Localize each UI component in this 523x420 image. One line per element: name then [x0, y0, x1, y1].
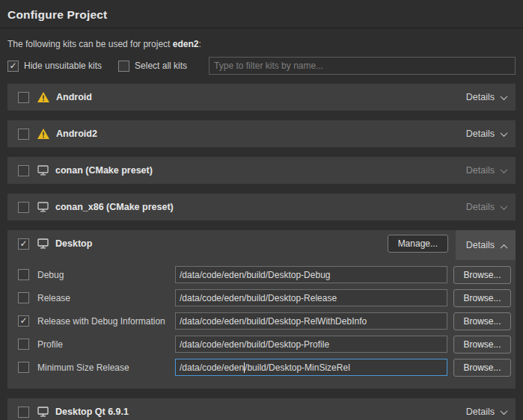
desktop-icon	[37, 202, 49, 212]
path-text-after-cursor: /build/Desktop-MinSizeRel	[245, 362, 350, 373]
kit-header-conan[interactable]: conan (CMake preset) Details	[7, 157, 516, 184]
details-label: Details	[466, 129, 495, 139]
details-toggle-android2[interactable]: Details	[456, 120, 516, 147]
config-row-minimum-size-release: Minimum Size Release /data/code/eden/bui…	[18, 356, 511, 379]
details-toggle-conan-x86: Details	[456, 194, 516, 220]
config-checkbox-debug[interactable]	[18, 269, 29, 280]
kits-description-text: The following kits can be used for proje…	[7, 39, 173, 49]
kit-filter-row: Hide unsuitable kits Select all kits	[7, 57, 516, 75]
browse-button-debug[interactable]: Browse...	[453, 266, 511, 284]
config-row-profile: Profile Browse...	[18, 333, 511, 356]
desktop-icon	[37, 165, 49, 176]
config-label: Release with Debug Information	[37, 316, 175, 327]
details-label: Details	[466, 407, 495, 417]
chevron-down-icon	[501, 407, 508, 415]
chevron-down-icon	[501, 203, 508, 210]
desktop-icon	[37, 407, 49, 417]
path-input-minimum-size-release[interactable]: /data/code/eden/build/Desktop-MinSizeRel	[175, 359, 447, 376]
browse-button-minimum-size-release[interactable]: Browse...	[453, 359, 511, 377]
path-input-release[interactable]	[175, 289, 447, 306]
config-checkbox-minimum-size-release[interactable]	[18, 362, 29, 373]
chevron-down-icon	[501, 166, 508, 173]
config-row-debug: Debug Browse...	[18, 263, 511, 286]
details-label: Details	[466, 92, 495, 102]
kit-checkbox-conan-x86[interactable]	[18, 202, 29, 213]
config-checkbox-profile[interactable]	[18, 339, 29, 350]
kit-list: Android Details Android2 Details	[7, 84, 516, 420]
path-input-relwithdebinfo[interactable]	[175, 312, 447, 330]
hide-unsuitable-checkbox[interactable]	[7, 61, 19, 72]
browse-button-release[interactable]: Browse...	[453, 289, 511, 307]
kit-header-conan-x86[interactable]: conan_x86 (CMake preset) Details	[7, 194, 516, 220]
chevron-up-icon	[501, 244, 508, 251]
browse-button-profile[interactable]: Browse...	[453, 336, 511, 353]
config-row-release: Release Browse...	[18, 286, 511, 309]
kit-row-desktop: Desktop Manage... Details Debug Browse..…	[7, 230, 516, 389]
details-label: Details	[466, 202, 495, 212]
config-label: Debug	[37, 270, 175, 280]
page-header: Configure Project	[0, 0, 523, 28]
kit-filter-input[interactable]	[209, 57, 516, 75]
page-title: Configure Project	[7, 8, 516, 22]
details-toggle-conan: Details	[456, 157, 516, 184]
kit-checkbox-conan[interactable]	[18, 165, 29, 176]
kit-row-conan-x86: conan_x86 (CMake preset) Details	[7, 194, 516, 220]
details-toggle-android[interactable]: Details	[456, 84, 516, 111]
project-name: eden2	[173, 39, 199, 49]
warning-icon	[37, 92, 49, 102]
kit-header-android2[interactable]: Android2 Details	[7, 120, 516, 147]
kit-header-android[interactable]: Android Details	[7, 84, 516, 111]
config-row-relwithdebinfo: Release with Debug Information Browse...	[18, 309, 511, 333]
kit-name: Desktop	[55, 238, 92, 249]
kit-name: conan_x86 (CMake preset)	[55, 202, 174, 212]
kit-header-desktop[interactable]: Desktop Manage... Details	[7, 230, 516, 257]
kit-checkbox-desktop-qt-691[interactable]	[18, 407, 29, 418]
desktop-icon	[37, 238, 49, 249]
desktop-build-configs: Debug Browse... Release Browse... Releas…	[7, 257, 516, 389]
hide-unsuitable-label[interactable]: Hide unsuitable kits	[24, 61, 102, 71]
config-label: Profile	[37, 339, 175, 350]
kit-row-android2: Android2 Details	[7, 120, 516, 147]
chevron-down-icon	[501, 93, 508, 100]
config-label: Minimum Size Release	[37, 362, 175, 373]
details-label: Details	[466, 165, 495, 176]
chevron-down-icon	[501, 129, 508, 137]
kit-row-android: Android Details	[7, 84, 516, 111]
kit-row-desktop-qt-691: Desktop Qt 6.9.1 Details	[7, 398, 516, 420]
browse-button-relwithdebinfo[interactable]: Browse...	[453, 312, 511, 330]
kit-header-desktop-qt-691[interactable]: Desktop Qt 6.9.1 Details	[7, 398, 516, 420]
kit-checkbox-android[interactable]	[18, 92, 29, 103]
kit-checkbox-android2[interactable]	[18, 129, 29, 140]
config-label: Release	[37, 293, 175, 303]
warning-icon	[37, 129, 49, 139]
kit-name: Android2	[56, 129, 97, 139]
details-toggle-desktop[interactable]: Details	[456, 230, 516, 260]
manage-kits-button[interactable]: Manage...	[388, 235, 448, 253]
path-input-profile[interactable]	[175, 336, 447, 353]
config-checkbox-relwithdebinfo[interactable]	[18, 315, 29, 327]
kit-row-conan: conan (CMake preset) Details	[7, 157, 516, 184]
kit-checkbox-desktop[interactable]	[18, 238, 29, 250]
kit-name: Android	[56, 92, 92, 102]
select-all-kits-label[interactable]: Select all kits	[135, 61, 187, 71]
select-all-kits-checkbox[interactable]	[118, 61, 129, 72]
config-checkbox-release[interactable]	[18, 292, 29, 303]
kits-description-suffix: :	[198, 39, 201, 49]
kits-description: The following kits can be used for proje…	[7, 39, 516, 49]
path-input-debug[interactable]	[175, 266, 447, 283]
path-text-before-cursor: /data/code/eden	[180, 362, 244, 373]
details-toggle-desktop-qt-691[interactable]: Details	[456, 398, 516, 420]
kit-name: Desktop Qt 6.9.1	[55, 407, 129, 417]
kit-name: conan (CMake preset)	[55, 165, 153, 176]
details-label: Details	[466, 240, 495, 250]
